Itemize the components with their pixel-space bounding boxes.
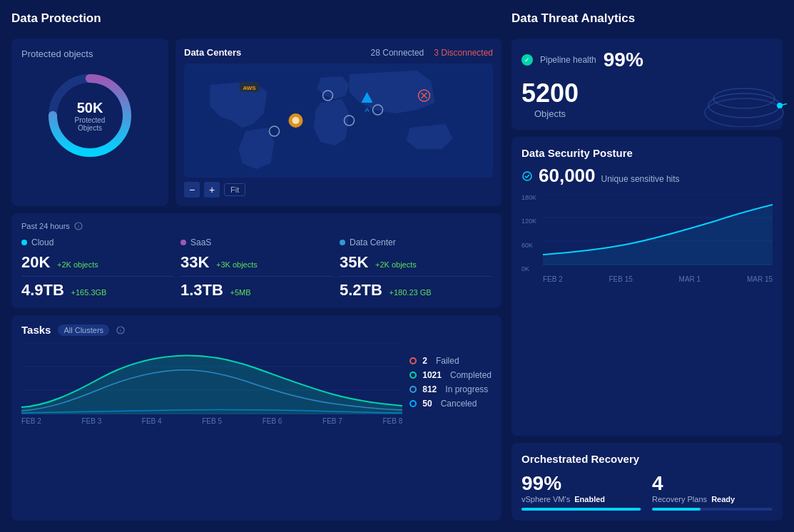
pipeline-icon: ✓: [521, 54, 533, 66]
tasks-info-icon: i: [116, 326, 125, 334]
past24-row: Past 24 hours i Cloud 20K +2K objects: [11, 213, 502, 308]
dc-objects-val: 35K: [340, 253, 368, 271]
or-recovery-label: Recovery Plans: [652, 495, 707, 503]
completed-dot: [409, 372, 417, 379]
completed-label: Completed: [450, 370, 492, 380]
inprogress-label: In progress: [445, 384, 488, 394]
cloud-tb-val: 4.9TB: [21, 281, 64, 299]
failed-label: Failed: [436, 356, 459, 366]
canceled-dot: [409, 400, 417, 407]
dc-objects-delta: +2K objects: [375, 260, 417, 269]
dsp-card: Data Security Posture 60,000 Unique sens…: [511, 137, 783, 436]
tasks-card: Tasks All Clusters i: [11, 315, 502, 521]
cloud-tb-delta: +165.3GB: [71, 288, 107, 297]
world-map: AWS A: [184, 63, 493, 178]
tasks-legend: 2 Failed 1021 Completed 812 In progress: [409, 356, 492, 409]
saas-dot: [180, 240, 186, 245]
x-feb15: FEB 15: [609, 275, 633, 283]
x-feb2: FEB 2: [543, 275, 563, 283]
x-label-5: FEB 7: [322, 417, 342, 425]
x-mar15: MAR 15: [747, 275, 773, 283]
cloud-type: Cloud: [31, 237, 54, 247]
inprogress-val: 812: [422, 384, 437, 394]
hits-icon: [521, 170, 533, 182]
x-mar1: MAR 1: [679, 275, 701, 283]
datacenter-title: Data Centers: [184, 47, 241, 58]
x-label-6: FEB 8: [382, 417, 402, 425]
svg-point-25: [708, 93, 780, 118]
completed-val: 1021: [422, 370, 442, 380]
or-enabled: Enabled: [574, 495, 605, 503]
protected-objects-card: Protected objects: [11, 39, 168, 206]
tasks-title: Tasks: [21, 324, 51, 336]
saas-objects-delta: +3K objects: [216, 260, 258, 269]
svg-text:i: i: [120, 328, 121, 333]
saas-type: SaaS: [190, 237, 211, 247]
x-label-2: FEB 4: [142, 417, 162, 425]
x-label-4: FEB 6: [263, 417, 283, 425]
security-x-axis: FEB 2 FEB 15 MAR 1 MAR 15: [543, 275, 773, 283]
tasks-cluster: All Clusters: [58, 324, 109, 336]
saas-objects-val: 33K: [180, 253, 209, 271]
dc-dot: [340, 240, 345, 245]
x-label-0: FEB 2: [21, 417, 41, 425]
info-icon: i: [74, 222, 83, 230]
or-progress-2: [652, 508, 773, 511]
saas-tb-delta: +5MB: [230, 288, 251, 297]
or-ready: Ready: [711, 495, 735, 503]
inprogress-dot: [409, 386, 417, 393]
or-progress-1: [521, 508, 642, 511]
dc-tb-val: 5.2TB: [340, 281, 382, 299]
dc-tb-delta: +180.23 GB: [390, 288, 432, 297]
tasks-x-axis: FEB 2 FEB 3 FEB 4 FEB 5 FEB 6 FEB 7 FEB …: [21, 417, 402, 425]
objects-label: Objects: [521, 108, 579, 119]
failed-dot: [409, 357, 417, 364]
canceled-label: Canceled: [441, 399, 477, 409]
datacenter-card: Data Centers 28 Connected 3 Disconnected: [175, 39, 502, 206]
cloud-stat: Cloud 20K +2K objects 4.9TB +165.3GB: [21, 237, 173, 300]
past24-label: Past 24 hours: [21, 222, 70, 230]
or-num: 4: [652, 472, 773, 495]
saas-tb-val: 1.3TB: [180, 281, 223, 299]
cloud-objects-delta: +2K objects: [57, 260, 98, 269]
donut-sub: Protected Objects: [67, 116, 113, 132]
tasks-chart: [21, 343, 402, 414]
objects-big: 5200: [521, 78, 579, 108]
protected-objects-label: Protected objects: [21, 48, 93, 59]
cloud-dot: [21, 240, 27, 245]
svg-text:A: A: [365, 106, 369, 113]
dc-stat: Data Center 35K +2K objects 5.2TB +180.2…: [340, 237, 492, 300]
x-label-3: FEB 5: [202, 417, 222, 425]
left-section-title: Data Protection: [11, 11, 502, 26]
svg-point-6: [292, 117, 300, 124]
failed-val: 2: [422, 356, 427, 366]
map-zoom-out[interactable]: −: [184, 182, 200, 198]
donut-chart: 50K Protected Objects: [44, 69, 136, 162]
legend-failed: 2 Failed: [409, 356, 492, 366]
map-zoom-in[interactable]: +: [204, 182, 220, 198]
svg-text:AWS: AWS: [243, 85, 256, 91]
connected-count: 28 Connected: [371, 48, 424, 58]
legend-inprogress: 812 In progress: [409, 384, 492, 394]
dta-card: ✓ Pipeline health 99% 5200 Objects: [511, 39, 783, 130]
or-stat-1: 99% vSphere VM's Enabled: [521, 472, 642, 511]
saas-stat: SaaS 33K +3K objects 1.3TB +5MB: [180, 237, 332, 300]
hits-number: 60,000: [539, 165, 596, 187]
disconnected-count: 3 Disconnected: [434, 48, 493, 58]
or-stat-2: 4 Recovery Plans Ready: [652, 472, 773, 511]
svg-text:i: i: [78, 224, 79, 229]
x-label-1: FEB 3: [81, 417, 101, 425]
security-chart: 180K 120K 60K 0K: [521, 194, 773, 272]
hits-label: Unique sensitive hits: [601, 174, 680, 184]
dsp-title: Data Security Posture: [521, 147, 773, 159]
legend-completed: 1021 Completed: [409, 370, 492, 380]
right-section-title: Data Threat Analytics: [511, 11, 783, 26]
or-card: Orchestrated Recovery 99% vSphere VM's E…: [511, 443, 783, 521]
cloud-objects-val: 20K: [21, 253, 50, 271]
legend-canceled: 50 Canceled: [409, 399, 492, 409]
dc-type: Data Center: [350, 237, 396, 247]
pipeline-val: 99%: [604, 48, 643, 71]
canceled-val: 50: [422, 399, 432, 409]
map-fit[interactable]: Fit: [224, 183, 245, 196]
or-vsphere-label: vSphere VM's: [521, 495, 570, 503]
